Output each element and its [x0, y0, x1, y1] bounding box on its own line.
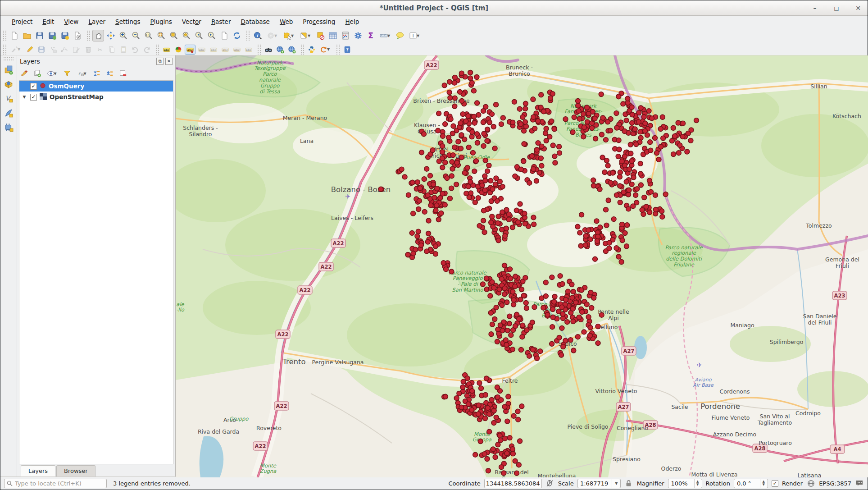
project-properties-icon[interactable]: [72, 30, 83, 41]
messages-icon[interactable]: [855, 479, 864, 488]
filter-by-expression-icon[interactable]: ε▼: [75, 68, 89, 79]
select-by-value-icon[interactable]: ▼: [298, 30, 314, 41]
save-project-icon[interactable]: [34, 30, 45, 41]
minimize-button[interactable]: –: [810, 3, 820, 13]
field-calculator-icon[interactable]: [340, 30, 351, 41]
menu-plugins[interactable]: Plugins: [145, 17, 177, 27]
current-edits-icon[interactable]: ▼: [9, 45, 23, 55]
menu-settings[interactable]: Settings: [110, 17, 145, 27]
pan-map-icon[interactable]: [92, 30, 104, 41]
menu-processing[interactable]: Processing: [298, 17, 340, 27]
open-project-icon[interactable]: [21, 30, 33, 41]
vertex-tool-icon[interactable]: [59, 45, 70, 55]
select-features-icon[interactable]: ▼: [281, 30, 297, 41]
collapse-all-icon[interactable]: [105, 68, 115, 79]
coordinate-field[interactable]: 1344188,5863084: [484, 479, 542, 488]
menu-database[interactable]: Database: [236, 17, 274, 27]
menu-edit[interactable]: Edit: [37, 17, 59, 27]
zoom-to-selection-icon[interactable]: [168, 30, 180, 41]
layer-diagram-icon[interactable]: [173, 45, 184, 55]
layer-item-osmquery[interactable]: ✓OsmQuery: [19, 81, 173, 92]
text-annotation-icon[interactable]: T▼: [407, 30, 423, 41]
zoom-last-icon[interactable]: [193, 30, 205, 41]
new-project-icon[interactable]: [9, 30, 20, 41]
menu-layer[interactable]: Layer: [83, 17, 110, 27]
modify-attributes-icon[interactable]: [71, 45, 82, 55]
new-geopackage-layer-icon[interactable]: [3, 78, 14, 90]
quickmap-services-icon[interactable]: [275, 45, 286, 55]
delete-selected-icon[interactable]: [83, 45, 94, 55]
toolbar-handle[interactable]: [3, 31, 6, 41]
locator-bar[interactable]: [4, 479, 107, 488]
manage-map-themes-icon[interactable]: ▼: [45, 68, 59, 79]
panel-tab-layers[interactable]: Layers: [21, 465, 55, 476]
layer-item-openstreetmap[interactable]: ▼✓OpenStreetMap: [19, 92, 173, 102]
toolbar-handle[interactable]: [3, 45, 6, 55]
add-group-icon[interactable]: [32, 68, 43, 79]
deselect-features-icon[interactable]: [314, 30, 326, 41]
highlight-pinned-icon[interactable]: abc: [196, 45, 207, 55]
identify-features-icon[interactable]: i: [252, 30, 264, 41]
render-checkbox[interactable]: ✓: [772, 480, 778, 487]
layer-checkbox[interactable]: ✓: [30, 83, 37, 90]
close-button[interactable]: ✕: [853, 3, 863, 13]
processing-history-icon[interactable]: ▼: [318, 45, 333, 55]
measure-icon[interactable]: ▼: [377, 30, 393, 41]
redo-icon[interactable]: [141, 45, 152, 55]
new-map-view-icon[interactable]: [218, 30, 230, 41]
menu-project[interactable]: Project: [7, 17, 37, 27]
change-label-icon[interactable]: abc: [243, 45, 254, 55]
toolbar-handle[interactable]: [87, 31, 90, 41]
layer-tree[interactable]: ✓OsmQuery▼✓OpenStreetMap: [19, 80, 173, 464]
new-spatialite-layer-icon[interactable]: [3, 107, 14, 119]
quickosm-icon[interactable]: [286, 45, 297, 55]
filter-legend-icon[interactable]: [62, 68, 73, 79]
toolbar-handle[interactable]: [301, 45, 304, 55]
layer-expander[interactable]: ▼: [21, 95, 27, 99]
move-label-icon[interactable]: abc: [220, 45, 231, 55]
data-source-manager-icon[interactable]: [3, 64, 14, 76]
panel-tab-browser[interactable]: Browser: [56, 465, 95, 476]
processing-toolbox-icon[interactable]: [352, 30, 364, 41]
menu-help[interactable]: Help: [340, 17, 364, 27]
show-hide-labels-icon[interactable]: abc: [208, 45, 219, 55]
pan-to-selection-icon[interactable]: [105, 30, 117, 41]
zoom-next-icon[interactable]: [206, 30, 218, 41]
cut-features-icon[interactable]: ✂: [95, 45, 105, 55]
refresh-icon[interactable]: [231, 30, 243, 41]
zoom-out-icon[interactable]: [130, 30, 142, 41]
osm-place-search-icon[interactable]: [263, 45, 274, 55]
map-canvas[interactable]: A22A22A22A22A22A22A22A27A27A28A28A23A4Br…: [175, 55, 868, 476]
map-tips-icon[interactable]: [394, 30, 406, 41]
save-layer-edits-icon[interactable]: [36, 45, 47, 55]
panel-close-icon[interactable]: ✕: [165, 58, 173, 65]
titlebar[interactable]: *Untitled Project - QGIS [tm] – ◻ ✕: [0, 0, 868, 16]
toolbar-handle[interactable]: [156, 45, 159, 55]
add-record-icon[interactable]: [48, 45, 59, 55]
expand-all-icon[interactable]: [91, 68, 102, 79]
save-to-template-icon[interactable]: [59, 30, 71, 41]
menu-raster[interactable]: Raster: [206, 17, 236, 27]
zoom-to-layer-icon[interactable]: [181, 30, 192, 41]
help-contents-icon[interactable]: ?: [342, 45, 353, 55]
layer-checkbox[interactable]: ✓: [30, 94, 37, 101]
toggle-extents-icon[interactable]: [545, 479, 554, 488]
menu-web[interactable]: Web: [275, 17, 298, 27]
open-layer-styling-icon[interactable]: [19, 68, 30, 79]
menu-vector[interactable]: Vector: [177, 17, 206, 27]
locate-input[interactable]: [15, 480, 96, 487]
magnifier-spinner[interactable]: 100%▲▼: [668, 479, 702, 488]
save-project-as-icon[interactable]: [46, 30, 58, 41]
new-shapefile-layer-icon[interactable]: V: [3, 93, 14, 105]
zoom-in-icon[interactable]: [118, 30, 129, 41]
crs-globe-icon[interactable]: [806, 479, 815, 488]
toolbar-handle[interactable]: [246, 31, 250, 41]
rotation-spinner[interactable]: 0.0 °▲▼: [734, 479, 768, 488]
run-feature-action-icon[interactable]: ▼: [264, 30, 280, 41]
scale-combo[interactable]: 1:687719▼: [577, 479, 621, 488]
paste-features-icon[interactable]: [118, 45, 129, 55]
pin-labels-icon[interactable]: abc: [185, 45, 195, 55]
toggle-editing-icon[interactable]: [24, 45, 35, 55]
statistical-summary-icon[interactable]: Σ: [365, 30, 377, 41]
undo-icon[interactable]: [130, 45, 141, 55]
